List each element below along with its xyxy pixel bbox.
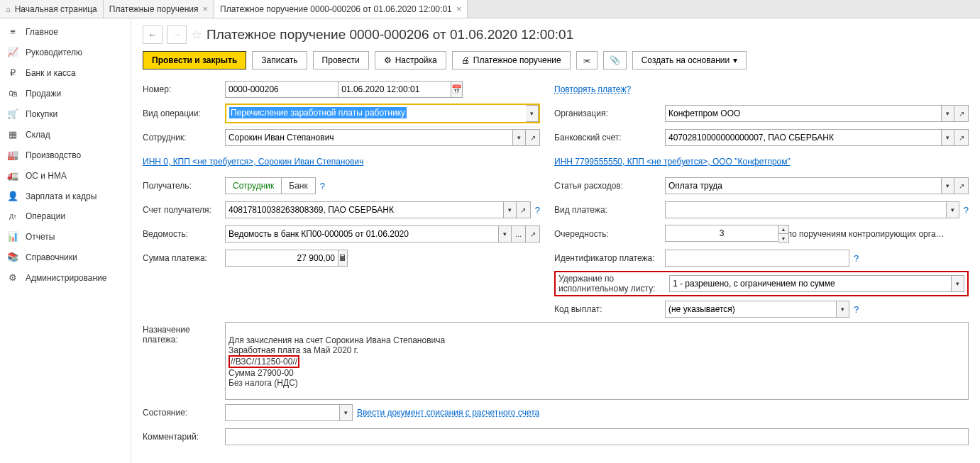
withhold-select[interactable] bbox=[669, 275, 952, 292]
chevron-down-icon[interactable]: ▾ bbox=[513, 129, 526, 146]
vedomost-select[interactable] bbox=[225, 225, 499, 242]
sidebar-item-manager[interactable]: 📈Руководителю bbox=[0, 42, 131, 62]
settings-button[interactable]: ⚙Настройка bbox=[375, 51, 446, 69]
expense-select[interactable] bbox=[665, 177, 942, 194]
chevron-down-icon[interactable]: ▾ bbox=[952, 275, 964, 292]
post-and-close-button[interactable]: Провести и закрыть bbox=[143, 51, 246, 69]
state-select[interactable] bbox=[225, 404, 340, 421]
chevron-down-icon[interactable]: ▾ bbox=[499, 225, 512, 242]
open-icon[interactable]: ↗ bbox=[517, 201, 531, 218]
sidebar-item-production[interactable]: 🏭Производство bbox=[0, 145, 131, 165]
purpose-label: Назначение платежа: bbox=[143, 322, 221, 345]
pay-type-label: Вид платежа: bbox=[554, 205, 661, 215]
dtkt-icon: Дт bbox=[7, 213, 18, 220]
repeat-payment-link[interactable]: Повторять платеж? bbox=[554, 84, 631, 94]
help-icon[interactable]: ? bbox=[535, 205, 540, 216]
priority-spinner[interactable]: ▲▼ bbox=[778, 225, 789, 243]
pay-type-select[interactable] bbox=[665, 201, 947, 218]
bank-acc-select[interactable] bbox=[665, 129, 942, 146]
content-area: ← → ☆ Платежное поручение 0000-000206 от… bbox=[131, 18, 980, 463]
open-icon[interactable]: ↗ bbox=[526, 129, 540, 146]
home-icon: ⌂ bbox=[6, 5, 11, 13]
sidebar-item-catalogs[interactable]: 📚Справочники bbox=[0, 247, 131, 267]
open-icon[interactable]: ↗ bbox=[954, 129, 969, 146]
employee-select[interactable] bbox=[225, 129, 513, 146]
save-button[interactable]: Записать bbox=[252, 51, 307, 69]
chevron-down-icon[interactable]: ▾ bbox=[942, 129, 954, 146]
inn-right-link[interactable]: ИНН 7799555550, КПП <не требуется>, ООО … bbox=[554, 157, 791, 167]
sidebar-item-label: Администрирование bbox=[26, 273, 106, 283]
bag-icon: 🛍 bbox=[7, 88, 18, 99]
sidebar-item-label: Производство bbox=[26, 150, 81, 160]
sidebar-item-label: Банк и касса bbox=[26, 68, 76, 78]
create-based-button[interactable]: Создать на основании ▾ bbox=[632, 51, 747, 69]
comment-label: Комментарий: bbox=[143, 432, 221, 442]
comment-input[interactable] bbox=[225, 428, 969, 445]
chevron-down-icon[interactable]: ▾ bbox=[504, 201, 517, 218]
help-icon[interactable]: ? bbox=[854, 253, 859, 264]
truck-icon: 🚛 bbox=[7, 170, 18, 181]
inn-left-link[interactable]: ИНН 0, КПП <не требуется>, Сорокин Иван … bbox=[143, 157, 363, 167]
sidebar-item-admin[interactable]: ⚙Администрирование bbox=[0, 267, 131, 288]
help-icon[interactable]: ? bbox=[320, 181, 325, 191]
toolbar: Провести и закрыть Записать Провести ⚙На… bbox=[143, 51, 969, 69]
open-icon[interactable]: ↗ bbox=[954, 177, 969, 194]
open-icon[interactable]: ↗ bbox=[526, 225, 540, 242]
writeoff-link[interactable]: Ввести документ списания с расчетного сч… bbox=[357, 408, 539, 418]
sidebar-item-purchases[interactable]: 🛒Покупки bbox=[0, 104, 131, 124]
org-select[interactable] bbox=[665, 105, 942, 122]
sum-input[interactable] bbox=[225, 250, 338, 267]
sidebar-item-operations[interactable]: ДтОперации bbox=[0, 206, 131, 226]
sidebar-item-sales[interactable]: 🛍Продажи bbox=[0, 83, 131, 104]
close-icon[interactable]: × bbox=[202, 4, 208, 14]
employee-label: Сотрудник: bbox=[143, 133, 221, 143]
sidebar-item-main[interactable]: ≡Главное bbox=[0, 21, 131, 42]
recipient-bank-button[interactable]: Банк bbox=[281, 178, 314, 194]
op-type-label: Вид операции: bbox=[143, 108, 221, 118]
sidebar-item-assets[interactable]: 🚛ОС и НМА bbox=[0, 165, 131, 186]
chevron-down-icon[interactable]: ▾ bbox=[947, 201, 959, 218]
attach-button[interactable]: 📎 bbox=[603, 51, 627, 69]
tab-payment-doc[interactable]: Платежное поручение 0000-000206 от 01.06… bbox=[214, 0, 468, 18]
calculator-icon[interactable]: 🖩 bbox=[338, 250, 348, 267]
nav-forward-button[interactable]: → bbox=[167, 26, 187, 44]
rec-acc-select[interactable] bbox=[225, 201, 504, 218]
sidebar-item-bank[interactable]: ₽Банк и касса bbox=[0, 62, 131, 83]
sidebar-item-payroll[interactable]: 👤Зарплата и кадры bbox=[0, 186, 131, 206]
structure-button[interactable]: ⫘ bbox=[576, 51, 598, 69]
tab-payments-list[interactable]: Платежные поручения × bbox=[104, 0, 214, 18]
op-type-select[interactable]: Перечисление заработной платы работнику bbox=[226, 105, 526, 121]
number-label: Номер: bbox=[143, 84, 221, 94]
paycode-select[interactable] bbox=[665, 301, 837, 318]
star-icon[interactable]: ☆ bbox=[191, 27, 202, 43]
post-button[interactable]: Провести bbox=[313, 51, 369, 69]
open-icon[interactable]: ↗ bbox=[954, 105, 969, 122]
tab-home[interactable]: ⌂ Начальная страница bbox=[0, 0, 104, 18]
close-icon[interactable]: × bbox=[456, 4, 462, 14]
help-icon[interactable]: ? bbox=[964, 205, 969, 216]
date-input[interactable] bbox=[338, 81, 451, 98]
sidebar-item-warehouse[interactable]: ▦Склад bbox=[0, 124, 131, 145]
purpose-textarea[interactable]: Для зачисления на счет Сорокина Ивана Ст… bbox=[225, 322, 969, 400]
payer-id-input[interactable] bbox=[665, 250, 849, 267]
chevron-down-icon[interactable]: ▾ bbox=[942, 105, 954, 122]
priority-stepper[interactable] bbox=[665, 225, 778, 242]
chevron-down-icon[interactable]: ▾ bbox=[942, 177, 954, 194]
chevron-down-icon[interactable]: ▾ bbox=[340, 404, 353, 421]
nav-back-button[interactable]: ← bbox=[143, 26, 163, 44]
chart-icon: 📈 bbox=[7, 47, 18, 57]
books-icon: 📚 bbox=[7, 252, 18, 262]
recipient-employee-button[interactable]: Сотрудник bbox=[226, 178, 281, 194]
print-button[interactable]: 🖨Платежное поручение bbox=[452, 51, 571, 69]
chevron-down-icon[interactable]: ▼ bbox=[778, 234, 788, 242]
tab-label: Начальная страница bbox=[15, 4, 97, 14]
chevron-down-icon[interactable]: ▾ bbox=[526, 105, 539, 122]
chevron-down-icon[interactable]: ▾ bbox=[837, 301, 849, 318]
help-icon[interactable]: ? bbox=[854, 304, 859, 315]
more-icon[interactable]: … bbox=[512, 225, 526, 242]
calendar-icon[interactable]: 📅 bbox=[451, 81, 463, 98]
chevron-up-icon[interactable]: ▲ bbox=[778, 225, 788, 234]
factory-icon: 🏭 bbox=[7, 150, 18, 160]
number-input[interactable] bbox=[225, 81, 338, 98]
sidebar-item-reports[interactable]: 📊Отчеты bbox=[0, 226, 131, 247]
